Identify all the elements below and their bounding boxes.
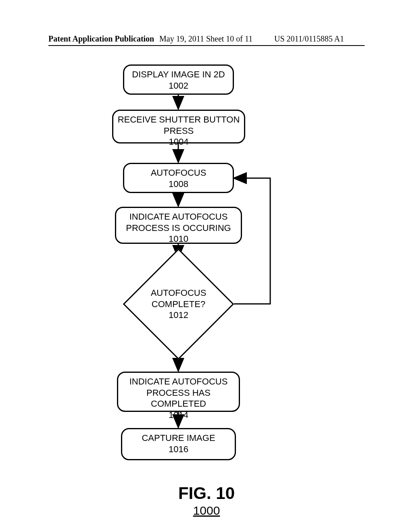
flow-node-label: INDICATE AUTOFOCUS PROCESS IS OCCURING [118, 211, 239, 233]
header-left: Patent Application Publication [48, 34, 154, 44]
flow-node-ref: 1004 [115, 136, 242, 148]
flow-node-ref: 1010 [118, 233, 239, 245]
flow-node-1012: AUTOFOCUSCOMPLETE? 1012 [139, 265, 218, 343]
flow-node-1016: CAPTURE IMAGE 1016 [121, 428, 236, 460]
flow-node-ref: 1012 [169, 310, 188, 321]
header-right: US 2011/0115885 A1 [274, 34, 344, 44]
flow-node-1008: AUTOFOCUS 1008 [123, 163, 234, 193]
flow-node-ref: 1016 [124, 444, 233, 455]
flow-node-1002: DISPLAY IMAGE IN 2D 1002 [123, 64, 234, 95]
flow-node-label: AUTOFOCUS [126, 167, 231, 179]
flow-node-label: CAPTURE IMAGE [124, 432, 233, 444]
flow-node-ref: 1002 [126, 80, 231, 91]
flow-node-label: RECEIVE SHUTTER BUTTON PRESS [115, 114, 242, 136]
page: Patent Application Publication May 19, 2… [0, 0, 413, 532]
flow-node-1004: RECEIVE SHUTTER BUTTON PRESS 1004 [112, 110, 245, 143]
flow-node-label: DISPLAY IMAGE IN 2D [126, 69, 231, 80]
header-rule [48, 45, 365, 46]
header-center: May 19, 2011 Sheet 10 of 11 [159, 34, 252, 44]
figure-caption: FIG. 10 1000 [0, 484, 413, 517]
flow-node-label: INDICATE AUTOFOCUS PROCESS HAS COMPLETED [120, 376, 237, 409]
figure-number: 1000 [0, 504, 413, 517]
flow-node-1014: INDICATE AUTOFOCUS PROCESS HAS COMPLETED… [117, 372, 240, 412]
figure-title: FIG. 10 [0, 484, 413, 503]
flow-node-ref: 1008 [126, 179, 231, 190]
flow-node-1010: INDICATE AUTOFOCUS PROCESS IS OCCURING 1… [115, 207, 242, 244]
flow-node-ref: 1014 [120, 409, 237, 421]
decision-text: AUTOFOCUSCOMPLETE? 1012 [139, 265, 218, 343]
flow-node-label: AUTOFOCUSCOMPLETE? [151, 287, 206, 310]
